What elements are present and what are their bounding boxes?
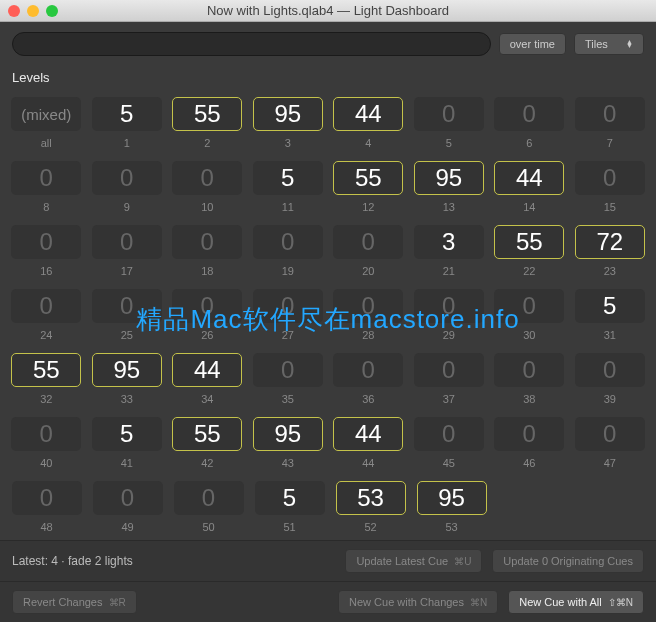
level-value[interactable]: 5 [255,481,325,515]
level-cell[interactable]: 040 [6,413,87,477]
level-value[interactable]: 0 [414,289,484,323]
level-cell[interactable]: 015 [570,157,651,221]
level-value[interactable]: 0 [172,225,242,259]
level-value[interactable]: 0 [575,417,645,451]
level-cell[interactable]: 016 [6,221,87,285]
level-cell[interactable]: 020 [328,221,409,285]
level-cell[interactable]: 048 [6,477,87,541]
level-value[interactable]: 0 [575,97,645,131]
level-cell[interactable]: 9513 [409,157,490,221]
level-value[interactable]: 0 [174,481,244,515]
level-value[interactable]: 44 [172,353,242,387]
level-value[interactable]: 0 [414,353,484,387]
level-cell[interactable]: 5522 [489,221,570,285]
level-cell[interactable]: 5352 [330,477,411,541]
level-value[interactable]: 0 [253,289,323,323]
level-cell[interactable]: 029 [409,285,490,349]
level-cell[interactable]: 321 [409,221,490,285]
new-cue-with-changes-button[interactable]: New Cue with Changes ⌘N [338,590,498,614]
view-mode-select[interactable]: Tiles ▲▼ [574,33,644,55]
level-value[interactable]: 5 [253,161,323,195]
level-value[interactable]: 44 [333,97,403,131]
level-value[interactable]: 0 [92,161,162,195]
level-cell[interactable]: 024 [6,285,87,349]
level-cell[interactable]: 06 [489,93,570,157]
close-icon[interactable] [8,5,20,17]
level-cell[interactable]: 552 [167,93,248,157]
level-cell[interactable]: 05 [409,93,490,157]
level-value[interactable]: 95 [417,481,487,515]
level-value[interactable]: 55 [333,161,403,195]
level-cell[interactable]: 038 [489,349,570,413]
level-value[interactable]: 0 [172,161,242,195]
level-cell[interactable]: 019 [248,221,329,285]
level-cell[interactable]: 025 [87,285,168,349]
revert-changes-button[interactable]: Revert Changes ⌘R [12,590,137,614]
level-value[interactable]: 55 [494,225,564,259]
minimize-icon[interactable] [27,5,39,17]
level-value[interactable]: 0 [494,97,564,131]
level-value[interactable]: 0 [11,161,81,195]
level-value[interactable]: 95 [92,353,162,387]
level-value[interactable]: 0 [333,225,403,259]
level-cell[interactable]: 036 [328,349,409,413]
level-cell[interactable]: 026 [167,285,248,349]
level-cell[interactable]: 045 [409,413,490,477]
level-cell[interactable]: 010 [167,157,248,221]
level-cell[interactable]: 018 [167,221,248,285]
level-cell[interactable]: 51 [87,93,168,157]
level-cell[interactable]: 046 [489,413,570,477]
level-value[interactable]: 0 [11,417,81,451]
level-cell[interactable]: 9543 [248,413,329,477]
level-value[interactable]: 0 [333,289,403,323]
new-cue-with-all-button[interactable]: New Cue with All ⇧⌘N [508,590,644,614]
level-value[interactable]: 72 [575,225,645,259]
level-cell[interactable]: 4414 [489,157,570,221]
level-cell[interactable]: 9553 [411,477,492,541]
level-value[interactable]: 0 [494,353,564,387]
level-value[interactable]: 5 [575,289,645,323]
level-cell[interactable]: 953 [248,93,329,157]
level-cell[interactable]: 035 [248,349,329,413]
level-cell[interactable]: 4444 [328,413,409,477]
level-value[interactable]: 0 [494,417,564,451]
level-value[interactable]: 95 [253,417,323,451]
level-cell[interactable]: 5512 [328,157,409,221]
level-value[interactable]: 0 [12,481,82,515]
level-value[interactable]: 0 [414,97,484,131]
level-cell[interactable]: 511 [248,157,329,221]
level-cell[interactable]: 9533 [87,349,168,413]
level-value[interactable]: 0 [333,353,403,387]
maximize-icon[interactable] [46,5,58,17]
level-value[interactable]: 5 [92,417,162,451]
update-originating-cues-button[interactable]: Update 0 Originating Cues [492,549,644,573]
level-value[interactable]: 44 [333,417,403,451]
level-cell[interactable]: 028 [328,285,409,349]
level-cell[interactable]: 027 [248,285,329,349]
level-value[interactable]: 0 [11,289,81,323]
level-value[interactable]: 5 [92,97,162,131]
level-value[interactable]: 0 [172,289,242,323]
level-cell[interactable]: 07 [570,93,651,157]
level-cell[interactable]: 037 [409,349,490,413]
level-value[interactable]: 0 [92,289,162,323]
level-cell[interactable]: 5542 [167,413,248,477]
level-cell[interactable]: 047 [570,413,651,477]
level-cell[interactable]: 551 [249,477,330,541]
level-cell[interactable]: 444 [328,93,409,157]
level-value[interactable]: 53 [336,481,406,515]
level-value[interactable]: 0 [92,225,162,259]
level-value[interactable]: (mixed) [11,97,81,131]
level-cell[interactable]: 541 [87,413,168,477]
level-value[interactable]: 0 [11,225,81,259]
level-cell[interactable]: 050 [168,477,249,541]
level-cell[interactable]: 017 [87,221,168,285]
level-value[interactable]: 55 [172,417,242,451]
level-cell[interactable]: 039 [570,349,651,413]
level-value[interactable]: 0 [494,289,564,323]
level-cell[interactable]: (mixed)all [6,93,87,157]
level-cell[interactable]: 049 [87,477,168,541]
level-value[interactable]: 0 [414,417,484,451]
level-value[interactable]: 0 [575,161,645,195]
level-cell[interactable]: 5532 [6,349,87,413]
